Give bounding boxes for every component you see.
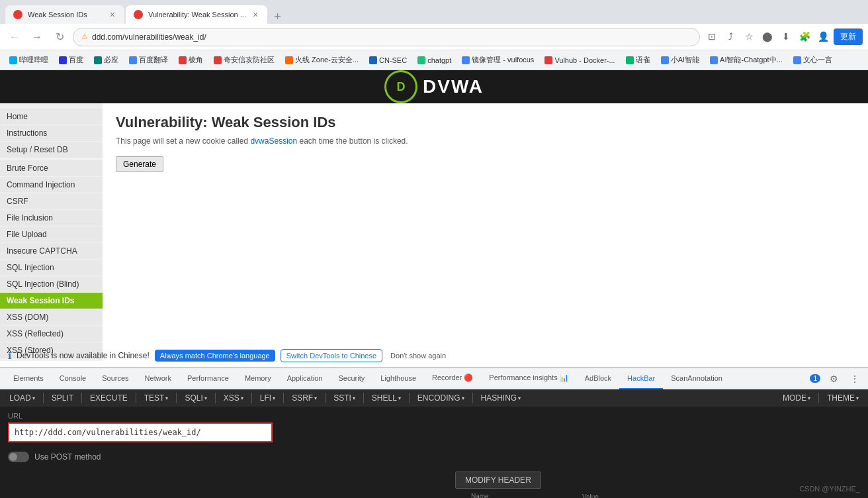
sidebar-item-file-inclusion[interactable]: File Inclusion bbox=[0, 210, 103, 226]
bookmark-translate[interactable]: 百度翻译 bbox=[125, 54, 172, 66]
modify-header-button[interactable]: MODIFY HEADER bbox=[455, 472, 541, 489]
bookmark-qianxin[interactable]: 奇安信攻防社区 bbox=[210, 54, 279, 66]
sidebar-item-csrf[interactable]: CSRF bbox=[0, 193, 103, 209]
tab-1[interactable]: Weak Session IDs × bbox=[5, 5, 124, 24]
hackbar-lfi-btn[interactable]: LFI ▾ bbox=[256, 392, 279, 404]
cast-icon[interactable]: ⊡ bbox=[704, 28, 720, 44]
update-button[interactable]: 更新 bbox=[834, 28, 863, 45]
tab-close-2[interactable]: × bbox=[251, 9, 259, 20]
cookie-link[interactable]: dvwaSession bbox=[250, 136, 297, 146]
hackbar-hashing-btn[interactable]: HASHING ▾ bbox=[477, 392, 525, 404]
sidebar-item-sql-injection[interactable]: SQL Injection bbox=[0, 260, 103, 275]
match-language-button[interactable]: Always match Chrome's language bbox=[155, 350, 275, 362]
tab-application[interactable]: Application bbox=[279, 368, 331, 389]
tab-performance[interactable]: Performance bbox=[179, 368, 237, 389]
bookmark-bilibili[interactable]: 哔哩哔哩 bbox=[5, 54, 52, 66]
sidebar-item-xss-reflected[interactable]: XSS (Reflected) bbox=[0, 326, 103, 342]
post-label: Use POST method bbox=[34, 452, 101, 462]
bookmark-vulfocus[interactable]: 镜像管理 - vulfocus bbox=[458, 54, 538, 66]
hackbar-split-btn[interactable]: SPLIT bbox=[48, 392, 77, 404]
more-icon[interactable]: ⋮ bbox=[847, 371, 863, 387]
bookmark-icon[interactable]: ☆ bbox=[741, 28, 757, 44]
bookmark-bing[interactable]: 必应 bbox=[90, 54, 122, 66]
bookmark-huoxian[interactable]: 火线 Zone-云安全... bbox=[281, 54, 363, 66]
hackbar-shell-btn[interactable]: SHELL ▾ bbox=[368, 392, 405, 404]
generate-button[interactable]: Generate bbox=[116, 156, 163, 172]
tab-adblock[interactable]: AdBlock bbox=[577, 368, 619, 389]
tab-memory[interactable]: Memory bbox=[237, 368, 279, 389]
reload-button[interactable]: ↻ bbox=[50, 28, 69, 46]
forward-button[interactable]: → bbox=[28, 28, 46, 46]
hackbar-sqli-btn[interactable]: SQLI ▾ bbox=[181, 392, 210, 404]
back-button[interactable]: ← bbox=[5, 28, 24, 46]
hackbar-encoding-btn[interactable]: ENCODING ▾ bbox=[413, 392, 468, 404]
hackbar-load-btn[interactable]: LOAD ▾ bbox=[5, 392, 39, 404]
hackbar-execute-btn[interactable]: EXECUTE bbox=[86, 392, 132, 404]
tab-2[interactable]: Vulnerability: Weak Session ... × bbox=[126, 5, 267, 24]
address-bar-row: ← → ↻ ⚠ ddd.com/vulnerabilities/weak_id/… bbox=[0, 24, 868, 50]
sidebar-item-home[interactable]: Home bbox=[0, 109, 103, 124]
bookmark-icon-bilibili bbox=[9, 56, 17, 64]
value-field-label: Value bbox=[582, 493, 847, 499]
sidebar-item-weak-session[interactable]: Weak Session IDs bbox=[0, 293, 103, 309]
notification-text: DevTools is now available in Chinese! bbox=[17, 351, 150, 360]
tab-console[interactable]: Console bbox=[52, 368, 94, 389]
tab-close-1[interactable]: × bbox=[108, 9, 116, 20]
address-bar[interactable]: ⚠ ddd.com/vulnerabilities/weak_id/ bbox=[73, 28, 700, 46]
hackbar-test-btn[interactable]: TEST ▾ bbox=[140, 392, 173, 404]
hackbar-mode-btn[interactable]: MODE ▾ bbox=[779, 392, 814, 404]
bookmark-xiaiai[interactable]: 小AI智能 bbox=[657, 54, 703, 66]
hackbar-bottom: MODIFY HEADER Name Cookie Value ✕ bbox=[0, 468, 868, 498]
sidebar-item-brute-force[interactable]: Brute Force bbox=[0, 160, 103, 176]
bookmark-vulhub[interactable]: Vulhub - Docker-... bbox=[541, 55, 619, 66]
tab-title-2: Vulnerability: Weak Session ... bbox=[148, 11, 246, 19]
profile-icon[interactable]: 👤 bbox=[815, 28, 831, 44]
download-icon[interactable]: ⬇ bbox=[778, 28, 794, 44]
sidebar-item-sql-blind[interactable]: SQL Injection (Blind) bbox=[0, 276, 103, 292]
tab-recorder[interactable]: Recorder 🔴 bbox=[424, 368, 481, 389]
sidebar-item-insecure-captcha[interactable]: Insecure CAPTCHA bbox=[0, 243, 103, 259]
circle-icon[interactable]: ⬤ bbox=[760, 28, 775, 44]
dvwa-main-content: Vulnerability: Weak Session IDs This pag… bbox=[103, 103, 868, 361]
sidebar-item-xss-dom[interactable]: XSS (DOM) bbox=[0, 309, 103, 325]
separator-5 bbox=[215, 393, 216, 403]
bookmark-lengjiao[interactable]: 棱角 bbox=[175, 54, 207, 66]
ext-icon[interactable]: 🧩 bbox=[797, 28, 812, 44]
dismiss-button[interactable]: Don't show again bbox=[390, 352, 446, 360]
dvwa-logo-circle: D bbox=[384, 70, 417, 103]
bookmark-wenxin[interactable]: 文心一言 bbox=[789, 54, 836, 66]
sidebar-item-instructions[interactable]: Instructions bbox=[0, 125, 103, 141]
post-toggle-switch[interactable] bbox=[8, 452, 29, 462]
hackbar-ssti-btn[interactable]: SSTI ▾ bbox=[329, 392, 359, 404]
switch-devtools-button[interactable]: Switch DevTools to Chinese bbox=[281, 349, 382, 362]
hackbar-ssrf-btn[interactable]: SSRF ▾ bbox=[288, 392, 321, 404]
tab-sources[interactable]: Sources bbox=[94, 368, 136, 389]
bookmark-yuque[interactable]: 语雀 bbox=[622, 54, 654, 66]
tab-perf-insights[interactable]: Performance insights 📊 bbox=[481, 368, 576, 389]
hackbar-xss-btn[interactable]: XSS ▾ bbox=[220, 392, 247, 404]
url-input[interactable] bbox=[8, 423, 273, 442]
bookmark-label-lengjiao: 棱角 bbox=[189, 55, 203, 65]
tab-network[interactable]: Network bbox=[137, 368, 179, 389]
tab-scan[interactable]: ScanAnnotation bbox=[663, 368, 730, 389]
bookmark-baidu[interactable]: 百度 bbox=[55, 54, 87, 66]
header-fields: Name Cookie Value ✕ bbox=[455, 493, 860, 498]
sidebar-item-setup[interactable]: Setup / Reset DB bbox=[0, 142, 103, 158]
sidebar-item-cmd-injection[interactable]: Command Injection bbox=[0, 177, 103, 193]
sidebar-item-file-upload[interactable]: File Upload bbox=[0, 226, 103, 242]
new-tab-button[interactable]: + bbox=[269, 10, 286, 24]
tab-security[interactable]: Security bbox=[330, 368, 372, 389]
bookmark-chatgpt[interactable]: chatgpt bbox=[413, 55, 455, 66]
security-icon: ⚠ bbox=[81, 32, 88, 41]
hackbar-theme-btn[interactable]: THEME ▾ bbox=[823, 392, 863, 404]
tab-favicon-1 bbox=[13, 10, 22, 19]
share-icon[interactable]: ⤴ bbox=[722, 28, 738, 44]
bookmark-cnsec[interactable]: CN-SEC bbox=[365, 55, 411, 66]
separator-12 bbox=[818, 393, 819, 403]
tab-lighthouse[interactable]: Lighthouse bbox=[372, 368, 424, 389]
bookmark-chatgpt-zh[interactable]: AI智能-Chatgpt中... bbox=[706, 54, 787, 66]
tab-elements[interactable]: Elements bbox=[5, 368, 52, 389]
tab-hackbar[interactable]: HackBar bbox=[619, 368, 663, 389]
settings-icon[interactable]: ⚙ bbox=[826, 371, 842, 387]
tab-title-1: Weak Session IDs bbox=[28, 11, 103, 19]
